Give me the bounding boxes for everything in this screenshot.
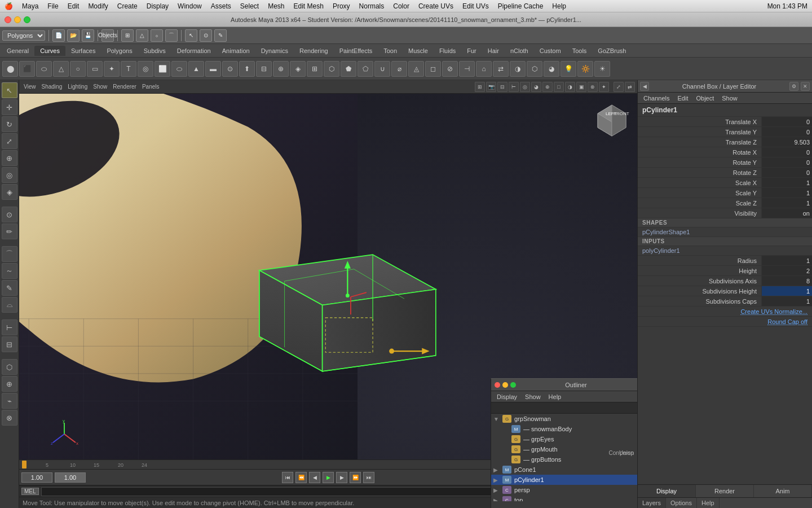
grid-icon[interactable]: ⊟ [497, 82, 508, 92]
ol-item-grpEyes[interactable]: G — grpEyes [491, 434, 637, 444]
menu-edit-uvs[interactable]: Edit UVs [462, 2, 489, 10]
save-scene-button[interactable]: 💾 [82, 29, 94, 42]
tab-gozbrush[interactable]: GoZBrush [592, 46, 632, 56]
outliner-minimize-btn[interactable] [502, 382, 508, 388]
pencil-tool[interactable]: ✎ [2, 280, 17, 296]
ep-curve-tool[interactable]: ～ [2, 263, 17, 279]
maximize-button[interactable] [24, 16, 30, 23]
bridge-btn[interactable]: ⊟ [256, 61, 272, 77]
menu-help[interactable]: Help [552, 2, 566, 10]
lasso-tool-button[interactable]: ⊙ [200, 29, 212, 42]
vp-menu-show[interactable]: Show [91, 84, 109, 90]
fill-hole-btn[interactable]: ◈ [290, 61, 306, 77]
combine-btn[interactable]: ⬟ [341, 61, 356, 77]
tab-curves[interactable]: Curves [34, 46, 65, 56]
ol-menu-show[interactable]: Show [522, 392, 544, 401]
joint-tool[interactable]: ⊕ [2, 376, 17, 392]
render-icon[interactable]: ◕ [531, 82, 541, 92]
tab-ncloth[interactable]: nCloth [505, 46, 534, 56]
snap-to-curve-button[interactable]: ⌒ [165, 29, 178, 42]
layer-tab-help[interactable]: Help [697, 498, 720, 508]
arc-tool[interactable]: ⌓ [2, 297, 17, 313]
tab-fur[interactable]: Fur [461, 46, 482, 56]
triangulate-btn[interactable]: ◬ [408, 61, 424, 77]
ik-handle-tool[interactable]: ⌁ [2, 393, 17, 409]
tab-muscle[interactable]: Muscle [403, 46, 434, 56]
wireframe-btn[interactable]: ⬡ [527, 61, 542, 77]
wireframe-icon[interactable]: □ [554, 82, 564, 92]
rotate-tool[interactable]: ↻ [2, 116, 17, 132]
isolate-icon[interactable]: ◎ [520, 82, 530, 92]
bookmark-icon[interactable]: ⊞ [475, 82, 485, 92]
layer-tab-layers[interactable]: Layers [638, 498, 666, 508]
cb-menu-show[interactable]: Show [718, 94, 741, 103]
sync-icon[interactable]: ⇄ [625, 82, 635, 92]
ol-menu-display[interactable]: Display [493, 392, 520, 401]
quadrangulate-btn[interactable]: ◻ [425, 61, 441, 77]
outliner-close-btn[interactable] [495, 382, 500, 388]
hud-icon[interactable]: ⊢ [509, 82, 519, 92]
cb-settings-btn[interactable]: ⚙ [789, 82, 798, 91]
menu-color[interactable]: Color [393, 2, 409, 10]
ol-item-grpSnowman[interactable]: ▼ G grpSnowman [491, 414, 637, 424]
menu-proxy[interactable]: Proxy [333, 2, 350, 10]
special-mesh-btn[interactable]: ✦ [104, 61, 120, 77]
inputs-sub-name[interactable]: polyCylinder1 [638, 246, 812, 256]
menu-window[interactable]: Window [178, 2, 202, 10]
layer-tab-options[interactable]: Options [666, 498, 697, 508]
soft-mod-tool[interactable]: ◎ [2, 167, 17, 183]
nurbs-cube-btn[interactable]: ⬜ [155, 61, 170, 77]
menu-pipeline[interactable]: Pipeline Cache [498, 2, 544, 10]
lasso-tool[interactable]: ⊙ [2, 207, 17, 222]
paint-tool-button[interactable]: ✎ [214, 29, 227, 42]
snap-to-grid-button[interactable]: ⊞ [121, 29, 134, 42]
menu-edit-mesh[interactable]: Edit Mesh [294, 2, 324, 10]
prev-key-btn[interactable]: ⏪ [295, 472, 307, 483]
nurbs-cylinder-btn[interactable]: ⬭ [171, 61, 187, 77]
select-tool-button[interactable]: ↖ [185, 29, 197, 42]
cb-menu-object[interactable]: Object [692, 94, 717, 103]
tab-painteffects[interactable]: PaintEffects [334, 46, 378, 56]
scale-tool[interactable]: ⤢ [2, 133, 17, 149]
snap-to-point-button[interactable]: ⬦ [151, 29, 163, 42]
cube-icon-btn[interactable]: ⬛ [19, 61, 35, 77]
append-btn[interactable]: ⊕ [273, 61, 289, 77]
nurbs-sphere-btn[interactable]: ◎ [138, 61, 153, 77]
tab-toon[interactable]: Toon [378, 46, 403, 56]
open-scene-button[interactable]: 📂 [67, 29, 80, 42]
torus-icon-btn[interactable]: ○ [70, 61, 86, 77]
camera-icon[interactable]: 📷 [486, 82, 496, 92]
light3-btn[interactable]: ☀ [594, 61, 610, 77]
go-to-end-btn[interactable]: ⏭ [363, 472, 374, 483]
cb-close-btn[interactable]: ✕ [801, 82, 810, 91]
vp-menu-view[interactable]: View [21, 84, 38, 90]
merge-btn[interactable]: ⊞ [307, 61, 323, 77]
menu-maya[interactable]: Maya [22, 2, 38, 10]
sphere-icon-btn[interactable]: ⬤ [2, 61, 18, 77]
move-tool[interactable]: ✛ [2, 99, 17, 115]
tab-general[interactable]: General [1, 46, 34, 56]
shaded-icon[interactable]: ◑ [565, 82, 575, 92]
snap-to-edge-button[interactable]: △ [136, 29, 148, 42]
next-key-btn[interactable]: ⏩ [350, 472, 361, 483]
universal-manip-tool[interactable]: ⊕ [2, 150, 17, 166]
menu-mesh[interactable]: Mesh [268, 2, 284, 10]
expand-icon[interactable]: ⤢ [614, 82, 624, 92]
current-frame-field[interactable] [55, 472, 86, 483]
ol-item-pCone1[interactable]: ▶ M pCone1 [491, 465, 637, 475]
nurbs-plane-btn[interactable]: ▬ [205, 61, 221, 77]
subdiv-sphere-btn[interactable]: ⊙ [222, 61, 238, 77]
tab-deformation[interactable]: Deformation [171, 46, 217, 56]
menu-create-uvs[interactable]: Create UVs [418, 2, 453, 10]
close-button[interactable] [5, 16, 11, 23]
cb-menu-channels[interactable]: Channels [640, 94, 673, 103]
menu-modify[interactable]: Modify [88, 2, 108, 10]
sculpt-btn[interactable]: ⌂ [476, 61, 492, 77]
transfer-attr-btn[interactable]: ⇄ [493, 61, 509, 77]
outliner-maximize-btn[interactable] [510, 382, 516, 388]
separate-btn[interactable]: ⬠ [358, 61, 373, 77]
boolean-union-btn[interactable]: ∪ [374, 61, 390, 77]
vp-menu-panels[interactable]: Panels [140, 84, 162, 90]
ambient-occlusion-icon[interactable]: ⊗ [588, 82, 598, 92]
cone-icon-btn[interactable]: △ [53, 61, 69, 77]
